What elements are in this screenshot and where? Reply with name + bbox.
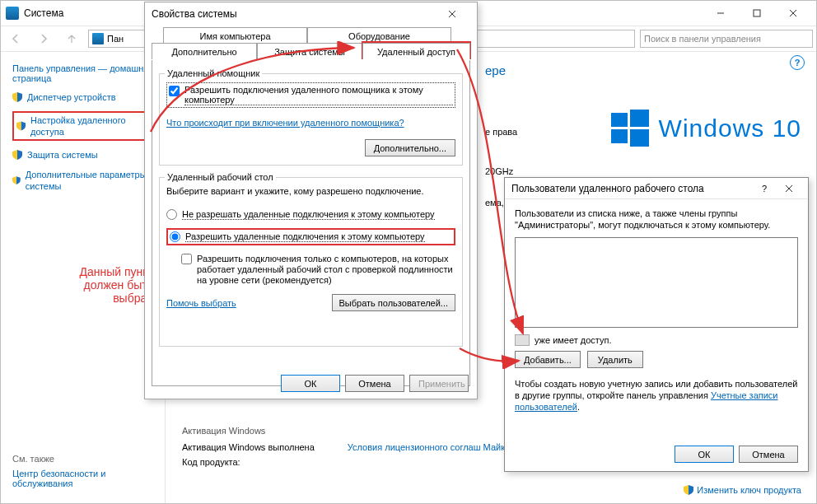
see-also-label: См. также [12,454,54,464]
pc-icon [92,33,104,44]
system-properties-dialog: Свойства системы Имя компьютера Оборудов… [144,2,478,399]
dialog-body: Имя компьютера Оборудование Дополнительн… [145,26,477,391]
users-dialog-titlebar: Пользователи удаленного рабочего стола ? [505,178,808,199]
svg-rect-6 [611,129,628,143]
remote-users-dialog: Пользователи удаленного рабочего стола ?… [504,177,809,472]
ra-allow-checkbox-row[interactable]: Разрешить подключения удаленного помощни… [166,82,455,108]
search-input[interactable]: Поиск в панели управления [640,30,813,48]
tab-hardware[interactable]: Оборудование [307,27,451,44]
apply-button[interactable]: Применить [409,375,469,392]
tab-remote[interactable]: Удаленный доступ [362,43,470,59]
remove-user-button[interactable]: Удалить [587,351,643,368]
rd-legend: Удаленный рабочий стол [165,172,276,182]
users-intro: Пользователи из списка ниже, а также чле… [515,208,798,231]
dialog-close-button[interactable] [434,3,470,25]
minimize-button[interactable] [703,2,739,25]
users-help-button[interactable]: ? [752,179,777,198]
rd-nla-checkbox[interactable] [181,254,192,264]
dialog-titlebar: Свойства системы [145,2,477,26]
annotation-must-select: Данный пункт должен быть выбран [44,265,153,305]
tab-computer-name[interactable]: Имя компьютера [163,27,307,44]
windows-logo-block: Windows 10 [611,110,801,147]
already-access-label: уже имеет доступ. [535,335,612,345]
windows-10-label: Windows 10 [659,114,801,142]
rd-intro: Выберите вариант и укажите, кому разреше… [166,186,455,196]
breadcrumb: Пан [107,34,124,44]
dialog-title: Свойства системы [152,8,434,20]
see-also: См. также Центр безопасности и обслужива… [12,454,165,488]
windows-icon [611,110,649,147]
ra-allow-checkbox[interactable] [169,86,180,96]
ra-legend: Удаленный помощник [165,68,262,78]
ok-button[interactable]: ОК [281,375,340,392]
cpu-info: 20GHz [485,166,801,176]
maximize-button[interactable] [739,2,775,25]
shield-icon [16,121,26,131]
sidebar-item-device-manager[interactable]: Диспетчер устройств [12,91,155,103]
back-button[interactable] [4,30,27,48]
shield-icon [684,485,693,495]
users-dialog-body: Пользователи из списка ниже, а также чле… [505,199,808,471]
rd-radio-disallow[interactable] [166,209,177,220]
users-dialog-title: Пользователи удаленного рабочего стола [511,183,752,194]
user-icon [515,334,530,346]
close-button[interactable] [775,2,811,25]
system-icon [6,7,19,20]
tab-advanced[interactable]: Дополнительно [152,43,257,59]
users-ok-button[interactable]: ОК [675,446,734,463]
ra-advanced-button[interactable]: Дополнительно... [365,139,455,156]
page-heading: ере [485,63,801,77]
rd-nla-checkbox-row[interactable]: Разрешить подключения только с компьютер… [181,254,455,286]
activation-status: Активация Windows выполнена [182,442,315,452]
users-hint: Чтобы создать новую учетную запись или д… [515,378,798,413]
cancel-button[interactable]: Отмена [345,375,404,392]
sidebar-item-remote-settings[interactable]: Настройка удаленного доступа [12,111,155,141]
svg-rect-7 [630,129,649,147]
svg-rect-1 [754,10,760,16]
rd-help-link[interactable]: Помочь выбрать [166,298,236,308]
users-close-button[interactable] [777,179,801,198]
tab-content-remote: Удаленный помощник Разрешить подключения… [152,60,470,386]
tab-system-protection[interactable]: Защита системы [257,43,362,59]
rd-select-users-button[interactable]: Выбрать пользователей... [332,294,456,311]
dialog-buttons: ОК Отмена Применить [281,375,469,392]
forward-button[interactable] [32,30,55,48]
sidebar-item-advanced-settings[interactable]: Дополнительные параметры системы [12,169,155,192]
ra-allow-label: Разрешить подключения удаленного помощни… [184,85,453,105]
remote-assistance-group: Удаленный помощник Разрешить подключения… [159,73,463,166]
svg-rect-4 [611,113,628,127]
add-user-button[interactable]: Добавить... [515,351,581,368]
shield-icon [12,175,21,185]
change-key-link[interactable]: Изменить ключ продукта [684,485,801,495]
remote-desktop-group: Удаленный рабочий стол Выберите вариант … [159,177,463,347]
rd-radio-allow[interactable] [170,231,180,242]
ra-help-link[interactable]: Что происходит при включении удаленного … [166,118,455,128]
users-listbox[interactable] [515,237,798,328]
users-cancel-button[interactable]: Отмена [739,446,798,463]
sidebar-item-system-protection[interactable]: Защита системы [12,149,155,161]
rd-option-disallow[interactable]: Не разрешать удаленные подключения к это… [166,209,455,220]
home-link[interactable]: Панель управления — домашняя страница [12,63,155,83]
shield-icon [12,92,22,102]
users-dialog-buttons: ОК Отмена [675,446,798,463]
see-also-link[interactable]: Центр безопасности и обслуживания [12,469,165,488]
shield-icon [12,150,22,160]
tab-strip: Имя компьютера Оборудование Дополнительн… [152,27,470,60]
up-button[interactable] [60,30,83,48]
svg-rect-5 [630,110,649,127]
rd-option-allow[interactable]: Разрешить удаленные подключения к этому … [166,228,455,245]
search-placeholder: Поиск в панели управления [644,34,761,44]
